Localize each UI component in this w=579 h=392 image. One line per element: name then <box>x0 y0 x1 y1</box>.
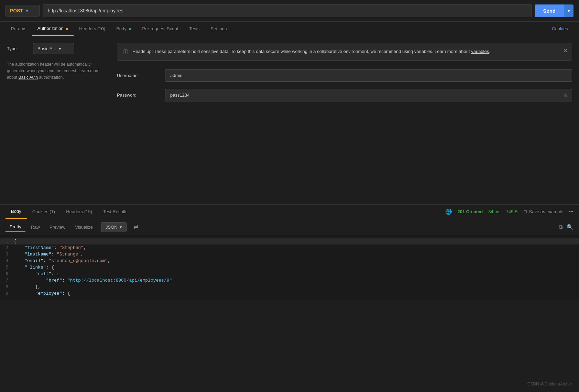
action-icons: ⧉ 🔍 <box>559 224 573 230</box>
type-chevron-icon: ▾ <box>59 46 61 51</box>
search-icon[interactable]: 🔍 <box>567 224 573 230</box>
code-line-1: 1 { <box>0 238 579 244</box>
format-chevron-icon: ▾ <box>120 225 122 230</box>
watermark: CSDN @GoldenaArcher <box>527 382 572 386</box>
globe-icon: 🌐 <box>445 208 452 215</box>
code-line-8: 8 }, <box>0 284 579 290</box>
response-status-bar: 🌐 201 Created 84 ms 749 B ⊡ Save as exam… <box>445 208 574 215</box>
body-dot <box>129 28 131 30</box>
format-tab-visualize[interactable]: Visualize <box>71 222 97 232</box>
tab-body[interactable]: Body <box>111 22 136 35</box>
copy-icon[interactable]: ⧉ <box>559 224 562 230</box>
password-input-wrapper: ⚠ <box>165 89 572 101</box>
warning-icon: ⚠ <box>564 92 568 98</box>
main-content: Type Basic A... ▾ The authorization head… <box>0 36 579 205</box>
code-line-6: 6 "self": { <box>0 271 579 277</box>
send-dropdown-button[interactable]: ▾ <box>564 4 573 17</box>
response-tab-body[interactable]: Body <box>6 205 27 219</box>
response-section: Body Cookies (1) Headers (15) Test Resul… <box>0 205 579 300</box>
basic-auth-link[interactable]: Basic Auth <box>18 75 38 80</box>
right-panel: ⓘ Heads up! These parameters hold sensit… <box>110 36 579 204</box>
variables-link[interactable]: variables <box>471 49 489 54</box>
response-tab-headers[interactable]: Headers (15) <box>61 205 98 218</box>
close-banner-button[interactable]: ✕ <box>563 47 568 54</box>
send-button[interactable]: Send <box>535 4 564 17</box>
response-tab-cookies[interactable]: Cookies (1) <box>27 205 61 218</box>
code-area: 1 { 2 "firstName": "Stephen", 3 "lastNam… <box>0 235 579 300</box>
code-line-3: 3 "lastName": "Strange", <box>0 251 579 258</box>
type-row: Type Basic A... ▾ <box>7 43 103 54</box>
info-icon: ⓘ <box>123 48 128 56</box>
format-tab-raw[interactable]: Raw <box>27 222 44 232</box>
type-value: Basic A... <box>37 46 56 51</box>
tab-params[interactable]: Params <box>6 22 32 35</box>
username-input[interactable] <box>165 69 572 82</box>
send-btn-group: Send ▾ <box>535 4 573 17</box>
code-line-5: 5 "_links": { <box>0 264 579 271</box>
code-line-4: 4 "email": "stephen_s@google.com", <box>0 258 579 264</box>
password-label: Password <box>117 92 165 98</box>
tab-settings[interactable]: Settings <box>205 22 232 35</box>
wrap-button[interactable]: ⇌ <box>131 222 141 232</box>
code-line-2: 2 "firstName": "Stephen", <box>0 244 579 251</box>
url-input[interactable] <box>43 4 532 17</box>
response-tabs-bar: Body Cookies (1) Headers (15) Test Resul… <box>0 205 579 219</box>
format-tab-preview[interactable]: Preview <box>45 222 69 232</box>
code-line-9: 9 "employee": { <box>0 290 579 297</box>
tab-cookies[interactable]: Cookies <box>546 22 573 35</box>
auth-description: The authorization header will be automat… <box>7 61 103 81</box>
password-row: Password ⚠ <box>117 89 572 101</box>
authorization-dot <box>66 28 68 30</box>
left-panel: Type Basic A... ▾ The authorization head… <box>0 36 110 204</box>
username-row: Username <box>117 69 572 82</box>
format-tab-pretty[interactable]: Pretty <box>6 222 25 232</box>
info-text: Heads up! These parameters hold sensitiv… <box>132 48 566 55</box>
code-line-7: 7 "href": "http://localhost:8080/api/emp… <box>0 277 579 284</box>
info-banner: ⓘ Heads up! These parameters hold sensit… <box>117 43 572 61</box>
username-label: Username <box>117 73 165 78</box>
format-bar: Pretty Raw Preview Visualize JSON ▾ ⇌ ⧉ … <box>0 219 579 235</box>
save-icon: ⊡ <box>523 209 527 214</box>
tab-headers[interactable]: Headers (10) <box>74 22 111 35</box>
tab-authorization[interactable]: Authorization <box>32 22 74 36</box>
response-tab-test-results[interactable]: Test Results <box>98 205 133 218</box>
tab-tests[interactable]: Tests <box>184 22 205 35</box>
tab-pre-request[interactable]: Pre-request Script <box>136 22 184 35</box>
response-size: 749 B <box>506 209 518 214</box>
method-dropdown[interactable]: POST ▾ <box>6 5 40 17</box>
method-label: POST <box>10 8 23 13</box>
url-bar: POST ▾ Send ▾ <box>0 0 579 22</box>
type-label: Type <box>7 46 28 51</box>
request-tabs: Params Authorization Headers (10) Body P… <box>0 22 579 36</box>
response-time: 84 ms <box>488 209 500 214</box>
format-select[interactable]: JSON ▾ <box>101 222 127 232</box>
method-chevron-icon: ▾ <box>26 8 28 13</box>
status-badge: 201 Created <box>458 209 483 214</box>
password-input[interactable] <box>165 89 572 101</box>
type-dropdown[interactable]: Basic A... ▾ <box>33 43 74 54</box>
more-options-button[interactable]: ••• <box>569 209 573 214</box>
save-example-button[interactable]: ⊡ Save as example <box>523 209 564 214</box>
